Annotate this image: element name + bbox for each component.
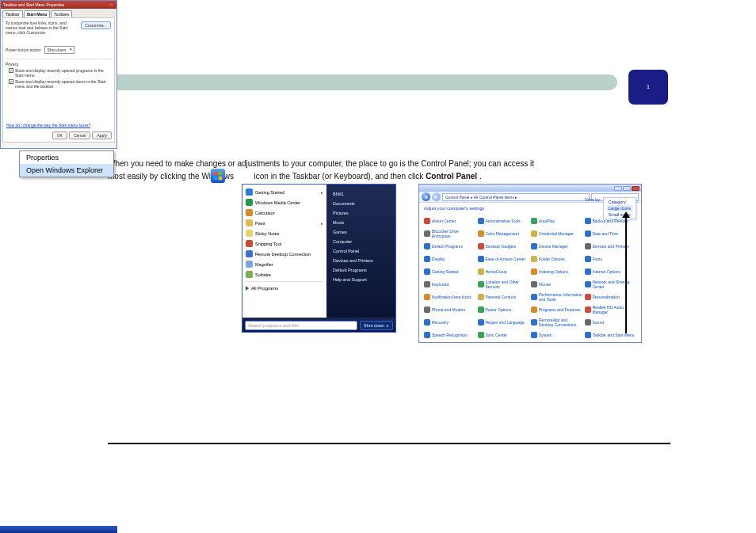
apply-button[interactable]: Apply	[92, 131, 112, 139]
cp-item-taskbar-and-start-menu[interactable]: Taskbar and Start Menu	[585, 329, 637, 341]
start-right-music[interactable]: Music	[326, 218, 395, 227]
cp-item-remoteapp-and-desktop-connections[interactable]: RemoteApp and Desktop Connections	[531, 317, 583, 328]
cp-item-phone-and-modem[interactable]: Phone and Modem	[424, 304, 476, 315]
cp-item-personalization[interactable]: Personalization	[585, 291, 637, 303]
start-right-control-panel[interactable]: Control Panel	[326, 246, 395, 256]
tab-taskbar[interactable]: Taskbar	[2, 10, 23, 17]
nav-forward-icon[interactable]: ►	[432, 192, 441, 201]
cp-item-display[interactable]: Display	[424, 253, 476, 265]
dialog-titlebar[interactable]: Taskbar and Start Menu Properties	[1, 1, 116, 9]
close-icon[interactable]	[632, 186, 640, 191]
cp-item-parental-controls[interactable]: Parental Controls	[478, 291, 530, 303]
cp-item-fonts[interactable]: Fonts	[585, 253, 637, 265]
start-right-games[interactable]: Games	[326, 227, 395, 237]
cp-item-internet-options[interactable]: Internet Options	[585, 266, 637, 277]
cp-item-network-and-sharing-center[interactable]: Network and Sharing Center	[585, 279, 637, 290]
close-icon[interactable]	[108, 2, 114, 7]
start-item-magnifier[interactable]: Magnifier	[242, 259, 326, 269]
nav-back-icon[interactable]: ◄	[422, 192, 430, 201]
cp-item-label: Credential Manager	[539, 231, 574, 236]
cp-item-region-and-language[interactable]: Region and Language	[478, 317, 530, 328]
cp-item-keyboard[interactable]: Keyboard	[424, 279, 476, 290]
cp-item-mouse[interactable]: Mouse	[531, 279, 583, 290]
customize-button[interactable]: Customize...	[81, 21, 111, 29]
cp-item-folder-options[interactable]: Folder Options	[531, 253, 583, 265]
start-right-pictures[interactable]: Pictures	[326, 208, 395, 218]
maximize-icon[interactable]	[623, 186, 631, 191]
cancel-button[interactable]: Cancel	[69, 131, 91, 139]
help-link[interactable]: How do I change the way the Start menu l…	[6, 123, 90, 128]
cp-item-label: Date and Time	[593, 231, 619, 236]
cp-item-system[interactable]: System	[531, 329, 583, 341]
start-item-sticky-notes[interactable]: Sticky Notes	[242, 228, 326, 238]
cp-item-devices-and-printers[interactable]: Devices and Printers	[585, 241, 637, 252]
start-item-remote-desktop-connection[interactable]: Remote Desktop Connection	[242, 249, 326, 259]
cp-item-credential-manager[interactable]: Credential Manager	[531, 228, 583, 239]
cp-item-label: System	[539, 333, 552, 337]
search-input[interactable]: Search programs and files	[245, 321, 357, 330]
cp-item-icon	[478, 256, 484, 262]
start-item-calculator[interactable]: Calculator	[242, 207, 326, 218]
ok-button[interactable]: OK	[52, 131, 67, 139]
start-item-windows-media-center[interactable]: Windows Media Center	[242, 197, 326, 207]
cp-item-desktop-gadgets[interactable]: Desktop Gadgets	[478, 241, 530, 252]
cp-item-action-center[interactable]: Action Center	[424, 215, 476, 227]
cp-item-color-management[interactable]: Color Management	[478, 228, 530, 239]
cp-item-location-and-other-sensors[interactable]: Location and Other Sensors	[478, 279, 530, 290]
view-by-dropdown[interactable]: Category Large icons Small icons	[603, 197, 636, 219]
cp-item-indexing-options[interactable]: Indexing Options	[531, 266, 583, 277]
cp-item-power-options[interactable]: Power Options	[478, 304, 530, 315]
view-option-large[interactable]: Large icons	[607, 205, 632, 211]
shutdown-button[interactable]: Shut down	[360, 321, 393, 330]
context-properties[interactable]: Properties	[20, 151, 113, 164]
cp-item-user-accounts[interactable]: User Accounts	[478, 342, 530, 343]
cp-item-administrative-tools[interactable]: Administrative Tools	[478, 215, 530, 227]
cp-item-realtek-hd-audio-manager[interactable]: Realtek HD Audio Manager	[585, 304, 637, 315]
start-item-snipping-tool[interactable]: Snipping Tool	[242, 238, 326, 249]
context-open-explorer[interactable]: Open Windows Explorer	[20, 164, 113, 177]
power-action-dropdown[interactable]: Shut down	[44, 46, 75, 54]
cp-item-programs-and-features[interactable]: Programs and Features	[531, 304, 583, 315]
cp-item-performance-information-and-tools[interactable]: Performance Information and Tools	[531, 291, 583, 303]
privacy-checkbox-1[interactable]: ✓	[9, 68, 13, 73]
cp-item-sync-center[interactable]: Sync Center	[478, 329, 530, 341]
start-item-getting-started[interactable]: Getting Started▸	[242, 187, 326, 197]
view-option-category[interactable]: Category	[607, 199, 632, 205]
start-right-help-and-support[interactable]: Help and Support	[326, 275, 395, 284]
cp-item-windows-cardspace[interactable]: Windows CardSpace	[531, 342, 583, 343]
start-right-default-programs[interactable]: Default Programs	[326, 265, 395, 275]
start-item-paint[interactable]: Paint▸	[242, 218, 326, 228]
cp-item-notification-area-icons[interactable]: Notification Area Icons	[424, 291, 476, 303]
windows-logo-icon	[211, 169, 225, 183]
cp-item-speech-recognition[interactable]: Speech Recognition	[424, 329, 476, 341]
tab-start-menu[interactable]: Start Menu	[24, 10, 51, 17]
chapter-badge: 1	[628, 70, 668, 105]
cp-item-device-manager[interactable]: Device Manager	[531, 241, 583, 252]
cp-item-default-programs[interactable]: Default Programs	[424, 241, 476, 252]
cp-item-date-and-time[interactable]: Date and Time	[585, 228, 637, 239]
cp-item-getting-started[interactable]: Getting Started	[424, 266, 476, 277]
cp-item-autoplay[interactable]: AutoPlay	[531, 215, 583, 227]
start-right-documents[interactable]: Documents	[326, 199, 395, 208]
cp-item-icon	[424, 256, 430, 262]
tab-toolbars[interactable]: Toolbars	[51, 10, 72, 17]
cp-item-ease-of-access-center[interactable]: Ease of Access Center	[478, 253, 530, 265]
cp-item-icon	[531, 256, 537, 262]
minimize-icon[interactable]	[614, 186, 622, 191]
cp-item-sound[interactable]: Sound	[585, 317, 637, 328]
cp-item-homegroup[interactable]: HomeGroup	[478, 266, 530, 277]
cp-item-recovery[interactable]: Recovery	[424, 317, 476, 328]
breadcrumb[interactable]: Control Panel ▸ All Control Panel Items …	[442, 193, 590, 201]
privacy-checkbox-2[interactable]: ✓	[9, 79, 13, 84]
all-programs[interactable]: All Programs	[242, 284, 326, 293]
start-item-solitaire[interactable]: Solitaire	[242, 269, 326, 280]
start-right-biw1[interactable]: BIW1	[326, 189, 395, 199]
cp-item-icon	[531, 319, 537, 326]
cp-item-troubleshooting[interactable]: Troubleshooting	[424, 342, 476, 343]
start-right-computer[interactable]: Computer	[326, 237, 395, 246]
start-right-devices-and-printers[interactable]: Devices and Printers	[326, 256, 395, 265]
cp-item-windows-defender[interactable]: Windows Defender	[585, 342, 637, 343]
window-titlebar[interactable]	[419, 185, 641, 192]
cp-item-icon	[424, 268, 430, 275]
cp-item-bitlocker-drive-encryption[interactable]: BitLocker Drive Encryption	[424, 228, 476, 239]
